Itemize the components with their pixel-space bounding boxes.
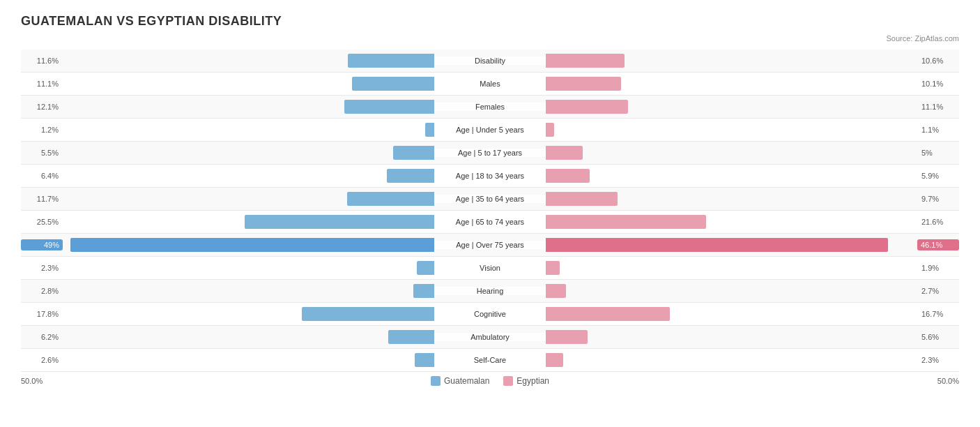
left-bar-container [63,330,434,344]
legend-guatemalan: Guatemalan [431,376,489,386]
left-bar-container [63,77,434,91]
chart-row: 12.1% Females 11.1% [21,96,959,119]
bar-label: Age | 35 to 64 years [434,195,546,203]
left-value: 11.1% [21,80,63,88]
left-bar-container [63,192,434,206]
chart-title: GUATEMALAN VS EGYPTIAN DISABILITY [21,14,959,29]
right-bar [546,261,560,275]
chart-row: 25.5% Age | 65 to 74 years 21.6% [21,211,959,234]
legend-egyptian-label: Egyptian [516,376,549,386]
chart-row: 6.2% Ambulatory 5.6% [21,326,959,349]
chart-row: 49% Age | Over 75 years 46.1% [21,234,959,257]
bar-label: Hearing [434,287,546,295]
left-bar-container [63,307,434,321]
left-value: 25.5% [21,218,63,226]
bar-label: Females [434,103,546,111]
left-value: 12.1% [21,103,63,111]
right-bar [546,77,621,91]
left-value: 2.8% [21,287,63,295]
left-value: 2.6% [21,356,63,364]
bar-label: Age | Under 5 years [434,126,546,134]
right-value: 16.7% [917,310,959,318]
bar-label: Cognitive [434,310,546,318]
chart-row: 2.3% Vision 1.9% [21,257,959,280]
bar-label: Age | 5 to 17 years [434,149,546,157]
left-bar [387,169,434,183]
chart-row: 6.4% Age | 18 to 34 years 5.9% [21,165,959,188]
right-value: 2.3% [917,356,959,364]
right-bar [546,307,670,321]
left-bar-container [63,238,434,252]
bar-label: Vision [434,264,546,272]
right-bar-container [546,169,917,183]
left-bar [417,261,434,275]
right-axis-label: 50.0% [917,377,959,385]
right-value: 5.6% [917,333,959,341]
left-bar [348,54,434,68]
right-bar [546,54,625,68]
chart-row: 11.6% Disability 10.6% [21,50,959,73]
right-value: 1.9% [917,264,959,272]
left-bar [352,77,434,91]
left-value: 1.2% [21,126,63,134]
left-bar [415,353,434,367]
left-bar-container [63,146,434,160]
right-value: 10.6% [917,57,959,65]
right-bar-container [546,146,917,160]
right-bar-container [546,330,917,344]
left-bar-container [63,284,434,298]
left-bar-container [63,215,434,229]
right-bar [546,284,566,298]
right-bar-container [546,77,917,91]
left-value: 6.4% [21,172,63,180]
source-label: Source: ZipAtlas.com [21,34,959,43]
right-bar [546,330,588,344]
right-value: 9.7% [917,195,959,203]
bar-label: Age | 65 to 74 years [434,218,546,226]
bar-label: Age | Over 75 years [434,241,546,249]
chart-row: 2.8% Hearing 2.7% [21,280,959,303]
right-value: 1.1% [917,126,959,134]
left-bar [425,123,434,137]
left-bar [388,330,434,344]
left-value: 6.2% [21,333,63,341]
left-bar [347,192,434,206]
bar-label: Disability [434,57,546,65]
right-bar-container [546,261,917,275]
chart-row: 2.6% Self-Care 2.3% [21,349,959,372]
right-bar [546,146,583,160]
bar-label: Males [434,80,546,88]
left-value: 49% [21,239,63,250]
right-bar-container [546,215,917,229]
left-bar [302,307,434,321]
right-bar-container [546,123,917,137]
right-bar-container [546,238,917,252]
right-bar-container [546,192,917,206]
left-bar [344,100,434,114]
legend: Guatemalan Egyptian [431,376,549,386]
left-axis-label: 50.0% [21,377,63,385]
right-value: 5.9% [917,172,959,180]
chart-area: 11.6% Disability 10.6% 11.1% Males [21,50,959,372]
chart-row: 11.7% Age | 35 to 64 years 9.7% [21,188,959,211]
right-value: 2.7% [917,287,959,295]
left-value: 5.5% [21,149,63,157]
left-bar [393,146,434,160]
right-bar-container [546,307,917,321]
chart-row: 1.2% Age | Under 5 years 1.1% [21,119,959,142]
right-value: 46.1% [917,239,959,250]
right-bar [546,215,706,229]
right-bar [546,100,628,114]
right-bar [546,353,563,367]
left-value: 11.6% [21,57,63,65]
left-bar [413,284,434,298]
left-value: 11.7% [21,195,63,203]
chart-row: 17.8% Cognitive 16.7% [21,303,959,326]
bar-label: Ambulatory [434,333,546,341]
right-bar-container [546,100,917,114]
left-bar-container [63,169,434,183]
left-bar-container [63,261,434,275]
left-bar-container [63,100,434,114]
right-bar [546,123,554,137]
chart-row: 5.5% Age | 5 to 17 years 5% [21,142,959,165]
